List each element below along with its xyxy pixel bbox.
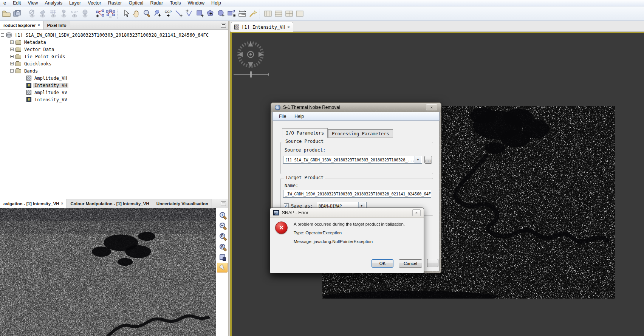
polygon-drawing-tool-icon[interactable] — [205, 8, 216, 19]
grid-lines-view-icon[interactable] — [48, 8, 59, 19]
tab-io-parameters[interactable]: I/O Parameters — [282, 128, 328, 138]
menu-item[interactable]: Vector — [84, 0, 104, 6]
expand-toggle-icon[interactable]: − — [10, 69, 14, 73]
open-product-icon[interactable] — [1, 8, 12, 19]
tree-item[interactable]: − Bands — [0, 67, 228, 74]
tree-item[interactable]: + Quicklooks — [0, 60, 228, 67]
dialog-title-bar[interactable]: S-1 Thermal Noise Removal × — [271, 103, 441, 112]
pan-compass-control[interactable] — [234, 38, 267, 71]
save-product-icon[interactable] — [12, 8, 22, 19]
nav-sync-cursor-button[interactable] — [217, 263, 228, 273]
zoom-tool-icon[interactable] — [142, 8, 152, 19]
tile-evenly-icon[interactable] — [284, 8, 294, 19]
no-data-view-icon[interactable] — [27, 8, 37, 19]
cancel-button[interactable]: Cancel — [399, 259, 422, 268]
close-icon[interactable] — [61, 202, 63, 206]
menu-item[interactable]: View — [25, 0, 42, 6]
chevron-down-icon[interactable] — [415, 156, 421, 163]
node-icon — [15, 40, 21, 45]
tree-item[interactable]: V Intensity_VV — [0, 96, 228, 103]
navigation-panel-tab[interactable]: Colour Manipulation - [1] Intensity_VH — [67, 199, 153, 208]
world-map-view-icon[interactable] — [80, 8, 90, 19]
pin-placing-tool-icon[interactable] — [152, 8, 163, 19]
expand-toggle-icon[interactable]: + — [10, 55, 14, 58]
tree-root-item[interactable]: − [1] S1A_IW_GRDH_1SDV_20180323T100303_2… — [0, 31, 228, 39]
explorer-panel-tab[interactable]: roduct Explorer — [0, 21, 43, 29]
snap-error-dialog: SNAP - Error × × A problem occurred duri… — [270, 207, 424, 273]
line-drawing-tool-icon[interactable] — [173, 8, 184, 19]
close-icon[interactable] — [288, 25, 290, 29]
source-product-combobox[interactable]: [1] S1A_IW_GRDH_1SDV_20180323T100303_201… — [283, 156, 422, 164]
nav-zoom-in-button[interactable]: + — [217, 210, 228, 220]
menu-item[interactable]: Raster — [105, 0, 125, 6]
minimize-panel-icon[interactable] — [221, 23, 226, 28]
expand-toggle-icon[interactable]: + — [10, 40, 14, 44]
zoom-slider[interactable] — [234, 74, 269, 75]
selection-tool-icon[interactable] — [121, 8, 131, 19]
rectangle-drawing-tool-icon[interactable] — [195, 8, 205, 19]
navigation-panel-tab[interactable]: avigation - [1] Intensity_VH — [0, 199, 67, 208]
placemark-manager-icon[interactable] — [95, 8, 105, 19]
main-toolbar: GCP GCP — [0, 6, 644, 21]
tree-item[interactable]: + Tie-Point Grids — [0, 53, 228, 60]
document-tab-bar: [1] Intensity_VH — [230, 21, 644, 32]
navigation-thumbnail-image[interactable] — [0, 208, 216, 336]
partially-hidden-button[interactable] — [427, 259, 438, 267]
import-view-icon[interactable] — [37, 8, 48, 19]
target-name-input[interactable]: _IW_GRDH_1SDV_20180323T100303_20180323T1… — [283, 190, 431, 198]
tree-item[interactable]: + Metadata — [0, 39, 228, 46]
document-tab-intensity-vh[interactable]: [1] Intensity_VH — [231, 22, 293, 32]
navigation-panel-tab[interactable]: Uncertainty Visualisation — [153, 199, 212, 208]
ellipse-drawing-tool-icon[interactable] — [216, 8, 226, 19]
placemark-view-icon[interactable] — [59, 8, 69, 19]
tab-processing-parameters[interactable]: Processing Parameters — [328, 129, 393, 138]
error-type: Type: OperatorException — [294, 231, 342, 237]
menu-item[interactable]: Optical — [125, 0, 147, 6]
menu-item[interactable]: Edit — [9, 0, 25, 6]
polyline-drawing-tool-icon[interactable] — [184, 8, 195, 19]
expand-toggle-icon[interactable]: + — [10, 48, 14, 51]
panel-splitter[interactable] — [228, 21, 230, 336]
magic-wand-assistant-icon[interactable] — [248, 8, 258, 19]
snap-logo-icon — [273, 210, 279, 215]
menu-item[interactable]: Analysis — [41, 0, 66, 6]
menu-item[interactable]: Window — [184, 0, 208, 6]
nav-zoom-pixel-button[interactable]: P — [217, 231, 228, 241]
nav-zoom-all-button[interactable]: A — [217, 242, 228, 251]
pan-tool-icon[interactable] — [131, 8, 142, 19]
expand-toggle-icon[interactable]: + — [10, 62, 14, 65]
tree-item[interactable]: Amplitude_VH — [0, 74, 228, 82]
menu-item[interactable]: Layer — [66, 0, 84, 6]
tile-vertically-icon[interactable] — [263, 8, 273, 19]
close-icon[interactable] — [38, 23, 40, 27]
menu-bar: e Edit View Analysis Layer Vector Raster… — [0, 0, 644, 6]
nav-zoom-out-button[interactable]: − — [217, 220, 228, 230]
menu-item[interactable]: Radar — [147, 0, 166, 6]
tree-item[interactable]: Amplitude_VV — [0, 89, 228, 96]
gcp-placing-tool-icon[interactable]: GCP — [163, 8, 173, 19]
nav-sync-views-button[interactable] — [217, 252, 228, 262]
menu-item[interactable]: e — [0, 0, 9, 6]
tree-item[interactable]: + Vector Data — [0, 46, 228, 53]
range-finder-tool-icon[interactable] — [237, 8, 248, 19]
dialog-menu-item[interactable]: Help — [291, 113, 308, 119]
magic-wand-selection-tool-icon[interactable] — [226, 8, 237, 19]
browse-source-button[interactable]: ... — [424, 156, 432, 164]
node-icon — [15, 55, 21, 59]
tree-item[interactable]: V Intensity_VH — [0, 82, 228, 89]
tile-single-icon[interactable] — [294, 8, 305, 19]
minimize-panel-icon[interactable] — [221, 201, 226, 206]
ok-button[interactable]: OK — [372, 259, 393, 268]
gcp-manager-icon[interactable] — [105, 8, 116, 19]
expand-toggle-icon[interactable]: − — [1, 33, 4, 37]
tile-horizontally-icon[interactable] — [273, 8, 284, 19]
close-icon[interactable]: × — [426, 104, 437, 110]
error-dialog-title-bar[interactable]: SNAP - Error × — [270, 208, 424, 218]
dialog-menu-item[interactable]: File — [275, 113, 290, 119]
menu-item[interactable]: Help — [208, 0, 224, 6]
close-icon[interactable]: × — [412, 209, 421, 216]
zoom-slider-handle[interactable] — [250, 71, 252, 77]
menu-item[interactable]: Tools — [166, 0, 184, 6]
gcp-view-icon[interactable]: GCP — [69, 8, 80, 19]
explorer-panel-tab[interactable]: Pixel Info — [43, 21, 70, 29]
